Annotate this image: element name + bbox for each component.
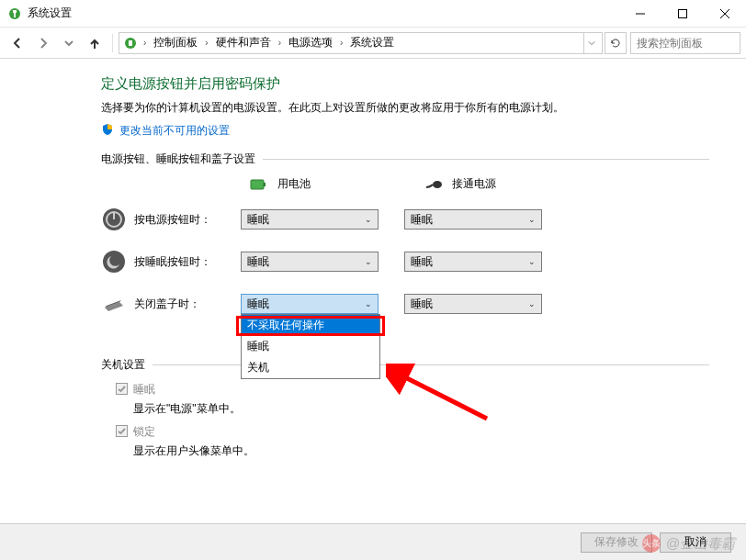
sleep-checkbox[interactable] [116,383,128,395]
sleep-button-battery-select[interactable]: 睡眠⌄ [241,252,379,272]
section-shutdown-header: 关机设置 [101,357,709,373]
lid-close-dropdown-list: 不采取任何操作 睡眠 关机 [241,314,380,379]
lock-desc: 显示在用户头像菜单中。 [133,443,709,459]
plugged-column: 接通电源 [423,176,570,192]
refresh-button[interactable] [605,32,627,54]
checkbox-label: 睡眠 [133,382,155,398]
shield-icon [101,123,114,139]
page-title: 定义电源按钮并启用密码保护 [101,75,709,93]
breadcrumb-icon [123,36,138,50]
svg-rect-2 [14,13,16,17]
breadcrumb-item[interactable]: 控制面板 [150,33,201,53]
lid-close-row: 关闭盖子时： 睡眠⌄ 不采取任何操作 睡眠 关机 睡眠⌄ [101,286,709,322]
sleep-checkbox-row: 睡眠 [116,382,709,398]
search-box[interactable] [630,32,740,54]
row-label: 按电源按钮时： [134,212,241,228]
maximize-button[interactable] [661,0,704,27]
nav-separator [112,34,113,52]
section-buttons-header: 电源按钮、睡眠按钮和盖子设置 [101,151,709,167]
shutdown-section: 关机设置 睡眠 显示在"电源"菜单中。 锁定 显示在用户头像菜单中。 [101,357,709,459]
battery-column: 用电池 [248,176,395,192]
window-controls [619,0,746,27]
lid-close-battery-select[interactable]: 睡眠⌄ 不采取任何操作 睡眠 关机 [241,294,379,314]
sleep-button-icon [101,249,127,274]
row-label: 按睡眠按钮时： [134,254,241,270]
svg-rect-11 [264,183,266,186]
up-button[interactable] [83,31,107,55]
titlebar: 系统设置 [0,0,746,28]
chevron-right-icon[interactable]: › [277,38,283,48]
chevron-down-icon: ⌄ [365,299,372,308]
power-button-row: 按电源按钮时： 睡眠⌄ 睡眠⌄ [101,201,709,238]
dropdown-item-none[interactable]: 不采取任何操作 [242,315,379,336]
checkbox-label: 锁定 [133,424,155,440]
chevron-right-icon[interactable]: › [141,38,148,48]
admin-link-text: 更改当前不可用的设置 [119,123,230,139]
lock-checkbox[interactable] [116,425,128,437]
app-icon [7,6,22,21]
power-button-plugged-select[interactable]: 睡眠⌄ [404,209,542,230]
watermark: 头条 @金山毒霸 [642,534,735,553]
page-description: 选择要为你的计算机设置的电源设置。在此页上对设置所做的更改将应用于你所有的电源计… [101,100,709,116]
lock-checkbox-row: 锁定 [116,424,709,440]
chevron-down-icon: ⌄ [528,215,536,224]
row-label: 关闭盖子时： [134,297,241,312]
back-button[interactable] [6,31,29,55]
svg-rect-10 [251,180,264,189]
section-rule [263,159,709,160]
breadcrumb-item[interactable]: 电源选项 [285,33,336,53]
chevron-right-icon[interactable]: › [338,38,345,48]
content-area: 定义电源按钮并启用密码保护 选择要为你的计算机设置的电源设置。在此页上对设置所做… [0,59,746,523]
battery-icon [248,177,270,192]
svg-rect-9 [129,40,132,46]
sleep-desc: 显示在"电源"菜单中。 [133,401,709,417]
section-title: 电源按钮、睡眠按钮和盖子设置 [101,151,255,167]
footer: 保存修改 取消 [0,523,746,560]
chevron-down-icon: ⌄ [528,299,536,308]
plug-icon [423,177,445,192]
svg-point-16 [103,251,125,273]
chevron-down-icon: ⌄ [528,257,536,266]
navbar: › 控制面板 › 硬件和声音 › 电源选项 › 系统设置 [0,28,746,59]
breadcrumb-item[interactable]: 系统设置 [346,33,398,53]
svg-rect-1 [13,10,17,13]
chevron-down-icon: ⌄ [365,215,372,224]
plugged-label: 接通电源 [452,176,496,192]
laptop-lid-icon [101,291,127,317]
breadcrumb-dropdown[interactable] [583,33,598,53]
window-title: 系统设置 [28,6,619,21]
section-title: 关机设置 [101,357,145,373]
dropdown-item-shutdown[interactable]: 关机 [242,357,379,378]
chevron-right-icon[interactable]: › [203,38,209,48]
sleep-button-row: 按睡眠按钮时： 睡眠⌄ 睡眠⌄ [101,243,709,280]
power-button-icon [101,207,127,232]
close-button[interactable] [704,0,746,27]
lid-close-plugged-select[interactable]: 睡眠⌄ [404,294,542,314]
dropdown-item-sleep[interactable]: 睡眠 [242,336,379,357]
breadcrumb[interactable]: › 控制面板 › 硬件和声音 › 电源选项 › 系统设置 [119,32,603,54]
search-input[interactable] [637,37,734,50]
watermark-logo: 头条 [642,534,661,553]
section-rule [153,364,709,365]
breadcrumb-item[interactable]: 硬件和声音 [212,33,275,53]
svg-rect-4 [679,9,687,17]
admin-change-link[interactable]: 更改当前不可用的设置 [101,123,709,139]
sleep-button-plugged-select[interactable]: 睡眠⌄ [404,252,542,272]
svg-point-12 [433,181,442,188]
battery-label: 用电池 [277,176,311,192]
watermark-text: @金山毒霸 [666,535,735,553]
forward-button[interactable] [31,31,55,55]
recent-dropdown[interactable] [57,31,81,55]
minimize-button[interactable] [619,0,661,27]
chevron-down-icon: ⌄ [365,257,372,266]
power-column-headers: 用电池 接通电源 [248,176,709,192]
power-button-battery-select[interactable]: 睡眠⌄ [241,209,379,230]
